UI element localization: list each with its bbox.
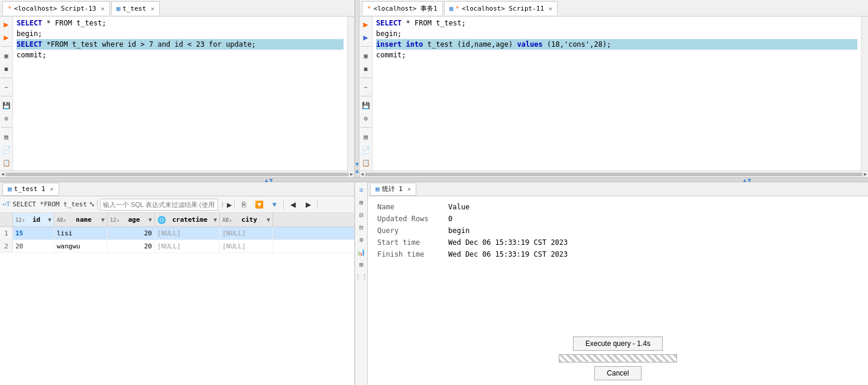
run-icon[interactable]: ▶ <box>1 19 12 30</box>
sidebar-icon-5[interactable]: ⚙ <box>356 234 367 245</box>
left-code-editor[interactable]: SELECT * FROM t_test; begin; SELECT *FRO… <box>13 17 347 170</box>
copy-btn[interactable]: ⎘ <box>237 198 250 211</box>
filter-btn[interactable]: 🔽 <box>252 198 265 211</box>
right-tab-script11[interactable]: ▦ * <localhost> Script-11 ✕ <box>444 1 558 15</box>
right-vscroll[interactable] <box>861 17 868 170</box>
file-icon[interactable]: 📄 <box>361 144 371 155</box>
stat-value-finish: Wed Dec 06 15:33:19 CST 2023 <box>443 248 863 260</box>
stats-tab-1[interactable]: ▦ 统计 1 ✕ <box>370 183 416 196</box>
right-editor-panel: * <localhost> 事务1 ▦ * <localhost> Script… <box>359 0 868 177</box>
cell-city-1[interactable]: [NULL] <box>220 227 273 240</box>
cell-cratetime-2[interactable]: [NULL] <box>155 240 220 253</box>
stat-value-start: Wed Dec 06 15:33:19 CST 2023 <box>443 237 863 248</box>
left-hscroll[interactable]: ◀ ▶ <box>0 170 354 177</box>
horizontal-separator: ▲ ▼ ▲ ▼ <box>0 177 868 182</box>
scroll-right-icon[interactable]: ▶ <box>864 172 867 177</box>
stop-icon[interactable]: ◼ <box>361 63 371 74</box>
file2-icon[interactable]: 📋 <box>361 157 371 168</box>
stat-value-name: Value <box>443 201 863 213</box>
resize-icon[interactable]: ⤡ <box>89 200 95 208</box>
file-icon[interactable]: 📄 <box>1 144 12 155</box>
filter-input[interactable] <box>100 199 218 211</box>
explain-icon[interactable]: ▣ <box>1 50 12 61</box>
execute-query-button[interactable]: Execute query - 1.4s <box>573 337 663 351</box>
vertical-separator: ▼ ▲ <box>355 0 359 177</box>
right-code-editor[interactable]: SELECT * FROM t_test; begin; insert into… <box>373 17 861 170</box>
result-tabs: ▦ t_test 1 ✕ <box>0 182 354 196</box>
col-header-name[interactable]: AB₃ name ▼ <box>54 213 108 227</box>
right-hscroll[interactable]: ◀ ▶ <box>359 170 868 177</box>
cell-age-1[interactable]: 20 <box>108 227 155 240</box>
stat-label-updated: Updated Rows <box>373 213 443 225</box>
right-tab-transaction1[interactable]: * <localhost> 事务1 <box>362 1 443 15</box>
terminal-icon[interactable]: ▤ <box>361 131 371 142</box>
format-icon[interactable]: ⋯ <box>1 82 12 92</box>
col-header-id[interactable]: 12₃ id ▼ <box>13 213 54 227</box>
right-editor-icons: ▶ ▶ ▣ ◼ ⋯ 💾 ⚙ ▤ 📄 📋 <box>359 17 373 170</box>
tab-icon: ▦ <box>449 5 454 12</box>
run-icon-2[interactable]: ▶ <box>1 32 12 43</box>
table-row[interactable]: 1 15 lisi 20 [NULL] [NULL] <box>0 227 354 240</box>
cell-id-1[interactable]: 15 <box>13 227 54 240</box>
table-icon: ▦ <box>8 185 12 193</box>
stat-row-updated: Updated Rows 0 <box>373 213 863 225</box>
col-header-city[interactable]: AB₃ city ▼ <box>220 213 273 227</box>
tab-close-icon[interactable]: ✕ <box>549 5 552 12</box>
scroll-left-icon[interactable]: ◀ <box>1 172 4 177</box>
tab-close-icon[interactable]: ✕ <box>151 5 154 12</box>
next-btn[interactable]: ▶ <box>302 198 315 211</box>
table-row[interactable]: 2 20 wangwu 20 [NULL] [NULL] <box>0 240 354 253</box>
left-tab-ttest[interactable]: ▦ t_test ✕ <box>111 1 160 15</box>
add-filter-btn[interactable]: ▶ <box>227 200 232 209</box>
scroll-thumb[interactable] <box>365 173 863 176</box>
sidebar-icon-3[interactable]: ⊡ <box>356 209 367 220</box>
prev-btn[interactable]: ◀ <box>286 198 299 211</box>
col-header-age[interactable]: 12₃ age ▼ <box>108 213 155 227</box>
sidebar-icon-8[interactable]: ⋮⋮ <box>356 271 367 282</box>
cell-cratetime-1[interactable]: [NULL] <box>155 227 220 240</box>
grid-body: 1 15 lisi 20 [NULL] [NULL] 2 20 wangwu 2… <box>0 227 354 385</box>
result-toolbar: ↩T SELECT *FROM t_test ⤡ ) ▶ ⎘ 🔽 ▼ ◀ ▶ <box>0 196 354 213</box>
sidebar-icon-6[interactable]: 📊 <box>356 247 367 257</box>
col-header-cratetime[interactable]: 🌐 cratetime ▼ <box>155 213 220 227</box>
cell-name-2[interactable]: wangwu <box>54 240 108 253</box>
scroll-left-icon[interactable]: ◀ <box>361 172 364 177</box>
toolbar-sep2 <box>234 200 235 209</box>
stat-value-query: begin <box>443 225 863 237</box>
tab-star: * <box>455 5 459 12</box>
sidebar-icon-7[interactable]: ⊞ <box>356 259 367 270</box>
cancel-button[interactable]: Cancel <box>594 366 641 380</box>
terminal-icon[interactable]: ▤ <box>1 131 12 142</box>
explain-icon[interactable]: ▣ <box>361 50 371 61</box>
file2-icon[interactable]: 📋 <box>1 157 12 168</box>
sidebar-icon-4[interactable]: ⊟ <box>356 222 367 232</box>
stats-table: Name Value Updated Rows 0 Query begin <box>373 201 863 260</box>
result-tab-ttest1[interactable]: ▦ t_test 1 ✕ <box>2 183 59 196</box>
stats-tab-close[interactable]: ✕ <box>407 186 411 192</box>
tab-close-icon[interactable]: ✕ <box>101 5 105 12</box>
result-tab-close[interactable]: ✕ <box>50 186 54 192</box>
filter2-btn[interactable]: ▼ <box>268 198 281 211</box>
settings-icon[interactable]: ⚙ <box>361 113 371 124</box>
sidebar-icon-2[interactable]: ⊞ <box>356 197 367 208</box>
code-line-r1: SELECT * FROM t_test; <box>376 18 857 28</box>
save-icon[interactable]: 💾 <box>1 100 12 111</box>
run-icon-2[interactable]: ▶ <box>361 32 371 43</box>
settings-icon[interactable]: ⚙ <box>1 113 12 124</box>
format-icon[interactable]: ⋯ <box>361 82 371 92</box>
scroll-thumb[interactable] <box>5 173 349 176</box>
cell-id-2[interactable]: 20 <box>13 240 54 253</box>
toolbar-sep4 <box>317 200 318 209</box>
stat-label-start: Start time <box>373 237 443 248</box>
sidebar-icon-1[interactable]: ≡ <box>356 185 367 195</box>
run-icon[interactable]: ▶ <box>361 19 371 30</box>
cell-age-2[interactable]: 20 <box>108 240 155 253</box>
save-icon[interactable]: 💾 <box>361 100 371 111</box>
left-vscroll[interactable] <box>347 17 354 170</box>
cell-city-2[interactable]: [NULL] <box>220 240 273 253</box>
stop-icon[interactable]: ◼ <box>1 63 12 74</box>
left-tab-script13[interactable]: * <localhost> Script-13 ✕ <box>2 1 110 15</box>
tab-star: * <box>367 5 371 12</box>
scroll-right-icon[interactable]: ▶ <box>350 172 353 177</box>
cell-name-1[interactable]: lisi <box>54 227 108 240</box>
